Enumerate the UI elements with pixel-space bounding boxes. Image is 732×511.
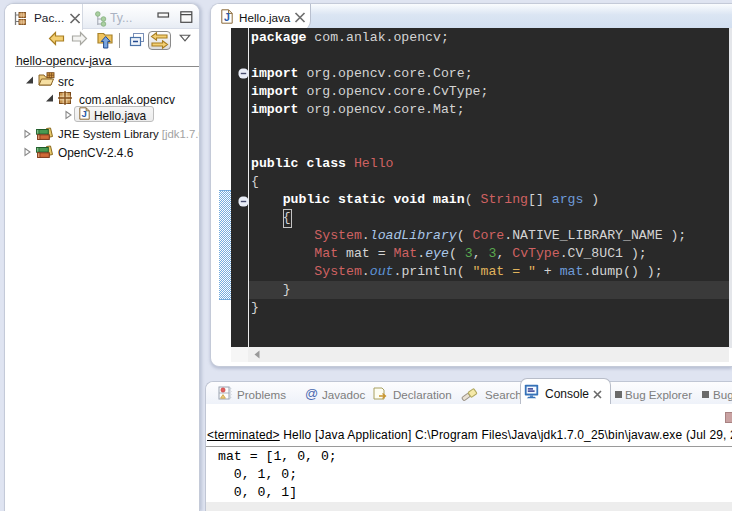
svg-text:J: J bbox=[224, 11, 230, 23]
svg-text:J: J bbox=[82, 108, 87, 119]
